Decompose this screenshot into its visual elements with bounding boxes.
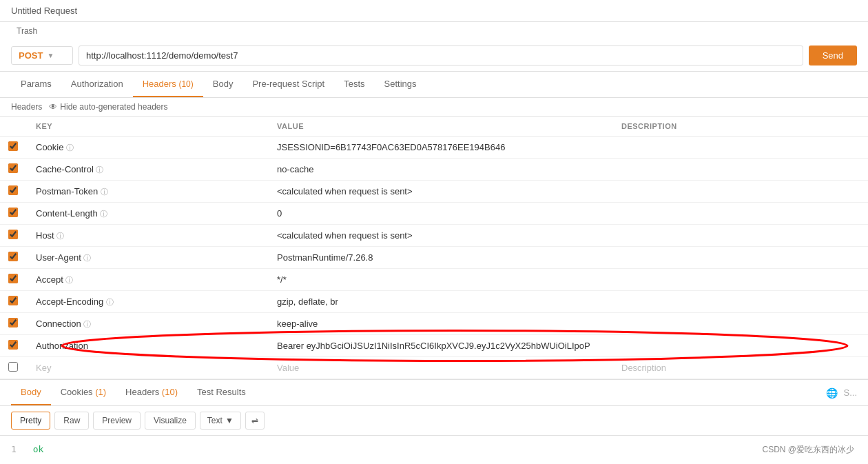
table-row: Host ⓘ <calculated when request is sent> <box>0 225 868 247</box>
table-row: User-Agent ⓘ PostmanRuntime/7.26.8 <box>0 247 868 269</box>
globe-icon[interactable]: 🌐 <box>826 387 838 399</box>
row-key-cell: Cookie ⓘ <box>28 137 269 159</box>
info-icon: ⓘ <box>106 298 114 306</box>
info-icon: ⓘ <box>65 276 73 284</box>
info-icon: ⓘ <box>83 320 91 328</box>
response-tab-test-results[interactable]: Test Results <box>187 380 256 405</box>
col-checkbox <box>0 117 28 137</box>
tab-authorization[interactable]: Authorization <box>61 72 133 97</box>
status-info: S... <box>843 387 857 398</box>
chevron-down-icon: ▼ <box>225 416 234 425</box>
visualize-button[interactable]: Visualize <box>145 412 196 430</box>
info-icon: ⓘ <box>83 254 91 262</box>
chevron-down-icon: ▼ <box>47 52 54 59</box>
raw-button[interactable]: Raw <box>54 412 89 430</box>
row-checkbox[interactable] <box>8 340 18 350</box>
hide-auto-headers-link[interactable]: 👁 Hide auto-generated headers <box>49 102 167 112</box>
tab-body[interactable]: Body <box>203 72 243 97</box>
row-value-cell: JSESSIONID=6B17743F0AC63ED0A578176EE194B… <box>269 137 613 159</box>
trash-link[interactable]: Trash <box>11 23 43 39</box>
tab-settings[interactable]: Settings <box>375 72 426 97</box>
table-row: Postman-Token ⓘ <calculated when request… <box>0 181 868 203</box>
headers-table: KEY VALUE DESCRIPTION Cookie ⓘ JSESSIONI… <box>0 117 868 379</box>
table-row: Content-Length ⓘ 0 <box>0 203 868 225</box>
wrap-button[interactable]: ⇌ <box>245 412 265 430</box>
tab-headers[interactable]: Headers (10) <box>133 72 203 97</box>
row-checkbox[interactable] <box>8 230 18 239</box>
eye-icon: 👁 <box>49 102 57 112</box>
info-icon: ⓘ <box>96 165 103 174</box>
response-tab-body[interactable]: Body <box>11 380 51 405</box>
table-placeholder-row: Key Value Description <box>0 357 868 379</box>
row-checkbox[interactable] <box>8 274 18 283</box>
line-number: 1 <box>11 444 17 454</box>
row-checkbox[interactable] <box>8 296 18 305</box>
response-tab-headers[interactable]: Headers (10) <box>116 380 187 405</box>
hide-label: Hide auto-generated headers <box>60 102 167 112</box>
row-checkbox[interactable] <box>8 362 18 372</box>
table-row: Accept-Encoding ⓘ gzip, deflate, br <box>0 291 868 313</box>
csdn-watermark: CSDN @爱吃东西的冰少 <box>762 444 854 456</box>
request-bar: POST ▼ Send <box>0 40 868 72</box>
info-icon: ⓘ <box>66 143 74 152</box>
text-dropdown[interactable]: Text ▼ <box>200 412 241 430</box>
row-checkbox[interactable] <box>8 141 18 151</box>
response-toolbar: Pretty Raw Preview Visualize Text ▼ ⇌ <box>0 406 868 436</box>
table-row: Connection ⓘ keep-alive <box>0 313 868 335</box>
tab-tests[interactable]: Tests <box>334 72 374 97</box>
table-header-row: KEY VALUE DESCRIPTION <box>0 117 868 137</box>
table-row-authorization: Authorization Bearer eyJhbGciOiJSUzI1NiI… <box>0 335 868 357</box>
table-row: Accept ⓘ */* <box>0 269 868 291</box>
col-key: KEY <box>28 117 269 137</box>
response-body: 1 ok <box>0 436 868 464</box>
method-label: POST <box>19 50 43 61</box>
col-value: VALUE <box>269 117 613 137</box>
sub-header: Headers 👁 Hide auto-generated headers <box>0 98 868 117</box>
response-tab-cookies[interactable]: Cookies (1) <box>51 380 116 405</box>
row-checkbox[interactable] <box>8 208 18 217</box>
row-checkbox[interactable] <box>8 252 18 261</box>
text-label: Text <box>207 416 223 425</box>
request-title: Untitled Request <box>11 6 77 16</box>
row-checkbox[interactable] <box>8 318 18 327</box>
request-tabs-row: Params Authorization Headers (10) Body P… <box>0 72 868 98</box>
response-tabs-row: Body Cookies (1) Headers (10) Test Resul… <box>0 379 868 406</box>
headers-table-wrapper: KEY VALUE DESCRIPTION Cookie ⓘ JSESSIONI… <box>0 117 868 379</box>
table-row: Cache-Control ⓘ no-cache <box>0 159 868 181</box>
row-checkbox[interactable] <box>8 185 18 195</box>
col-description: DESCRIPTION <box>613 117 868 137</box>
url-input[interactable] <box>79 46 803 65</box>
info-icon: ⓘ <box>100 210 107 218</box>
info-icon: ⓘ <box>101 188 108 196</box>
info-icon: ⓘ <box>56 232 64 240</box>
title-bar: Untitled Request <box>0 0 868 22</box>
table-row: Cookie ⓘ JSESSIONID=6B17743F0AC63ED0A578… <box>0 137 868 159</box>
send-button[interactable]: Send <box>809 46 857 65</box>
response-value: ok <box>33 444 44 454</box>
response-toolbar-left: Pretty Raw Preview Visualize Text ▼ ⇌ <box>11 412 265 430</box>
row-checkbox-cell <box>0 137 28 159</box>
row-checkbox[interactable] <box>8 163 18 173</box>
method-select[interactable]: POST ▼ <box>11 46 73 65</box>
app-container: Untitled Request Trash POST ▼ Send Param… <box>0 0 868 464</box>
tab-params[interactable]: Params <box>11 72 61 97</box>
row-description-cell <box>613 137 868 159</box>
pretty-button[interactable]: Pretty <box>11 412 50 430</box>
sub-header-label: Headers <box>11 102 42 112</box>
tab-pre-request-script[interactable]: Pre-request Script <box>242 72 334 97</box>
preview-button[interactable]: Preview <box>93 412 141 430</box>
